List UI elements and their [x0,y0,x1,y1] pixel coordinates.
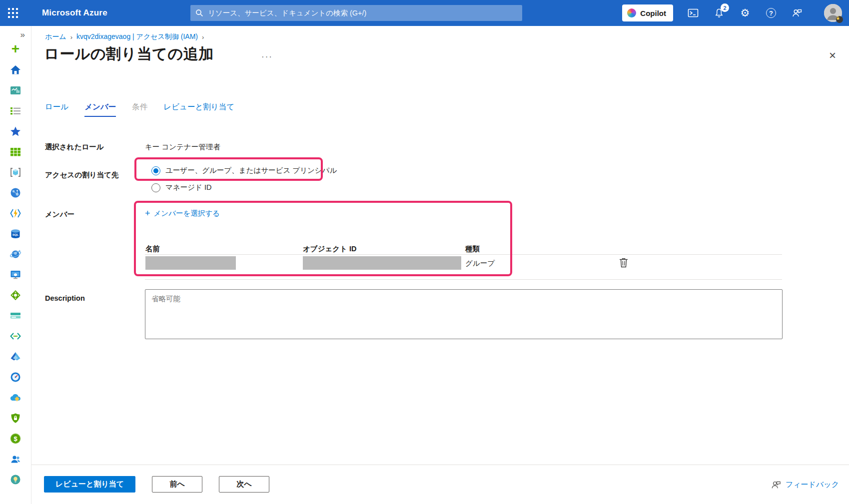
col-header-object-id: オブジェクト ID [303,244,357,254]
col-header-type: 種類 [465,244,480,254]
copilot-label: Copilot [640,9,666,17]
azure-cosmos-db-icon[interactable] [9,248,22,261]
resource-groups-icon[interactable] [9,166,22,179]
app-services-icon[interactable] [9,186,22,199]
breadcrumb-resource-link[interactable]: kvqv2dixagevaog | アクセス制御 (IAM) [76,32,198,41]
notifications-bell-icon[interactable]: 2 [713,7,725,19]
load-balancers-icon[interactable] [9,289,22,302]
breadcrumb: ホーム › kvqv2dixagevaog | アクセス制御 (IAM) › [45,32,204,41]
advisor-icon[interactable] [9,391,22,404]
members-label: メンバー [45,210,74,219]
home-icon[interactable] [9,63,22,76]
sql-databases-icon[interactable]: SQL [9,227,22,240]
redacted-object-id [303,256,461,270]
breadcrumb-home-link[interactable]: ホーム [45,32,66,41]
function-app-icon[interactable] [9,207,22,220]
left-sidebar: » + SQL [0,26,31,504]
cost-management-icon[interactable]: $ [9,432,22,445]
help-lightbulb-icon[interactable] [9,473,22,486]
notification-count-badge: 2 [721,3,729,12]
microsoft-entra-id-icon[interactable] [9,350,22,363]
monitor-gauge-icon[interactable] [9,371,22,384]
tab-members[interactable]: メンバー [84,102,116,117]
all-resources-icon[interactable] [9,145,22,158]
page-title: ロールの割り当ての追加 [44,44,214,64]
brand-title[interactable]: Microsoft Azure [42,8,107,18]
breadcrumb-separator: › [70,33,72,41]
description-textarea[interactable] [145,289,783,339]
description-label: Description [45,294,85,302]
table-row-divider [145,279,782,280]
feedback-text: フィードバック [786,480,839,490]
select-members-text: メンバーを選択する [154,209,220,218]
redacted-member-name [145,256,236,270]
copilot-logo-icon [627,8,636,17]
previous-button[interactable]: 前へ [152,476,202,493]
favorites-star-icon[interactable] [9,125,22,138]
radio-user-group-service-principal[interactable]: ユーザー、グループ、またはサービス プリンシパル [151,166,337,175]
sidebar-collapse-icon[interactable]: » [20,30,31,43]
col-header-name: 名前 [145,244,160,254]
tab-review-assign[interactable]: レビューと割り当て [163,102,234,117]
review-assign-button[interactable]: レビューと割り当て [44,476,135,493]
table-header-divider [145,254,782,255]
member-type-value: グループ [465,259,495,268]
plus-icon: + [145,209,150,218]
selected-role-label: 選択されたロール [45,142,104,152]
defender-for-cloud-icon[interactable] [9,412,22,425]
lock-badge-icon [836,16,843,23]
more-options-icon[interactable]: ··· [261,52,273,62]
virtual-machines-icon[interactable] [9,268,22,281]
radio-managed-id-label: マネージド ID [165,183,211,192]
account-avatar[interactable] [824,4,842,22]
settings-gear-icon[interactable]: ⚙ [739,7,751,19]
help-icon[interactable]: ? [765,7,777,19]
main-panel: ホーム › kvqv2dixagevaog | アクセス制御 (IAM) › ロ… [31,26,849,504]
next-button[interactable]: 次へ [219,476,269,493]
feedback-icon [771,479,782,490]
global-search[interactable] [190,5,522,21]
delete-member-icon[interactable] [617,257,630,270]
tab-conditions: 条件 [132,102,147,117]
breadcrumb-separator: › [202,33,204,41]
feedback-person-icon[interactable] [791,7,803,19]
tab-bar: ロール メンバー 条件 レビューと割り当て [45,102,234,117]
assign-access-label: アクセスの割り当て先 [45,170,118,180]
select-members-link[interactable]: + メンバーを選択する [145,209,220,218]
top-bar: Microsoft Azure Copilot 2 [0,0,849,26]
search-input[interactable] [208,9,517,17]
virtual-networks-icon[interactable] [9,330,22,343]
dashboard-icon[interactable] [9,84,22,97]
search-icon [195,9,203,17]
create-resource-icon[interactable]: + [9,43,22,56]
storage-accounts-icon[interactable] [9,309,22,322]
copilot-button[interactable]: Copilot [622,4,673,21]
cloud-shell-icon[interactable] [687,7,699,19]
radio-unselected-icon [151,183,160,192]
all-services-icon[interactable] [9,104,22,117]
feedback-link[interactable]: フィードバック [771,479,839,490]
footer-bar: レビューと割り当て 前へ 次へ フィードバック [31,465,849,504]
selected-role-value: キー コンテナー管理者 [145,142,220,152]
waffle-menu-icon[interactable] [0,0,26,26]
radio-user-group-label: ユーザー、グループ、またはサービス プリンシパル [165,166,337,175]
users-icon[interactable] [9,453,22,466]
radio-managed-id[interactable]: マネージド ID [151,183,211,192]
svg-text:$: $ [13,435,17,443]
svg-text:SQL: SQL [12,233,19,236]
close-icon[interactable]: × [825,48,840,63]
radio-selected-icon [151,166,160,175]
tab-role[interactable]: ロール [45,102,68,117]
